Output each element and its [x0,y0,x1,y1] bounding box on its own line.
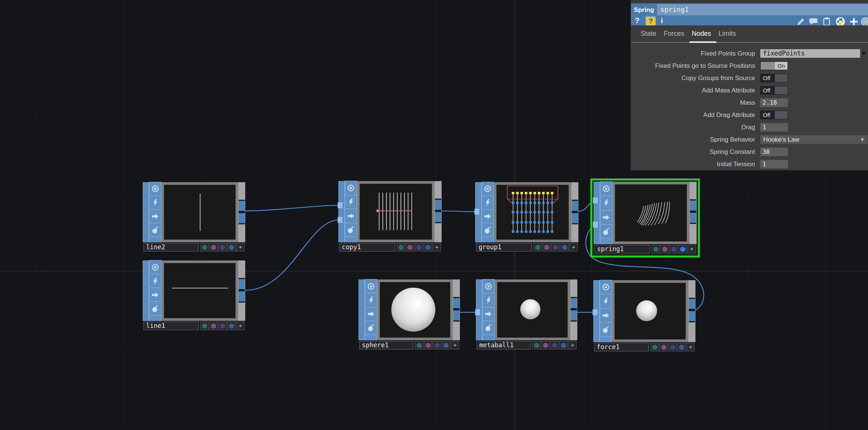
render-arrow-icon[interactable] [365,307,377,321]
node-line2[interactable]: line2 ✦ [143,182,245,252]
node-metaball1[interactable]: metaball1 ✦ [476,279,577,350]
display-rings-icon[interactable] [365,279,377,293]
color-flag-teal[interactable] [415,341,423,350]
bypass-bomb-icon[interactable] [149,223,161,237]
color-flag-blue[interactable] [442,341,450,350]
color-flag-magenta[interactable] [543,243,551,252]
color-flag-indigo[interactable] [550,341,559,350]
output-connector[interactable] [239,213,245,223]
node-name-field[interactable]: copy1 [339,243,395,252]
help-icon[interactable]: ? [635,16,640,25]
input-connector[interactable] [474,209,479,215]
spring-constant-field[interactable]: 30 [760,148,788,156]
cook-bolt-icon[interactable] [149,196,161,210]
color-flag-indigo[interactable] [669,343,677,351]
star-flag[interactable]: ✦ [451,341,459,350]
node-group1[interactable]: group1 ✦ [475,182,578,252]
fixed-points-source-toggle[interactable]: On [760,61,788,70]
input-connector[interactable] [338,202,343,208]
output-connector[interactable] [239,201,245,211]
output-connector[interactable] [572,213,578,223]
bypass-bomb-icon[interactable] [600,322,612,337]
color-flag-blue[interactable] [227,322,236,330]
node-spring1[interactable]: spring1 ✦ [594,182,697,254]
input-connector[interactable] [475,309,480,315]
color-flag-indigo[interactable] [433,341,441,350]
spring-behavior-dropdown[interactable]: Hooke's Law ▼ [760,135,868,144]
input-connector[interactable] [593,309,597,315]
star-flag[interactable]: ✦ [236,322,244,330]
add-drag-toggle[interactable]: Off [760,111,788,119]
star-flag[interactable]: ✦ [236,243,244,252]
node-force1[interactable]: force1 ✦ [593,280,695,352]
color-flag-blue-active[interactable] [679,245,687,253]
color-flag-indigo[interactable] [670,245,678,253]
output-connector[interactable] [690,200,696,211]
color-flag-blue[interactable] [559,341,568,350]
star-flag[interactable]: ✦ [568,341,577,350]
star-flag[interactable]: ✦ [569,243,578,252]
output-connector[interactable] [572,201,578,211]
star-flag[interactable]: ✦ [686,343,695,351]
input-connector-strip[interactable] [143,182,149,242]
output-connector[interactable] [571,310,577,320]
render-arrow-icon[interactable] [482,307,495,321]
node-copy1[interactable]: copy1 ✦ [338,181,442,252]
input-connector[interactable] [593,222,598,228]
output-connector[interactable] [453,298,460,308]
input-connector-strip[interactable] [359,279,365,340]
color-flag-teal[interactable] [651,343,659,351]
render-arrow-icon[interactable] [482,209,494,224]
output-connector[interactable] [239,291,245,301]
node-name-field[interactable]: line2 [143,243,199,252]
input-connector[interactable] [338,217,343,223]
color-flag-teal[interactable] [534,243,542,252]
mass-field[interactable]: 2.18 [760,98,788,107]
cook-bolt-icon[interactable] [600,196,612,210]
color-flag-teal[interactable] [652,245,660,253]
display-rings-icon[interactable] [600,280,612,294]
color-flag-blue[interactable] [424,243,432,252]
tab-limits[interactable]: Limits [715,25,740,43]
node-name-field[interactable]: sphere1 [359,341,413,350]
render-arrow-icon[interactable] [345,209,357,223]
output-connector[interactable] [435,212,441,222]
star-flag[interactable]: ✦ [688,245,696,253]
color-flag-indigo[interactable] [552,243,560,252]
color-flag-teal[interactable] [201,243,209,252]
context-help-icon[interactable]: ? [646,17,656,26]
node-viewer[interactable] [494,182,571,242]
color-flag-indigo[interactable] [415,243,423,252]
node-name-field[interactable]: spring1 [594,245,650,253]
color-flag-magenta[interactable] [209,322,218,330]
node-viewer[interactable] [495,279,570,340]
color-flag-magenta[interactable] [542,341,550,350]
input-connector[interactable] [593,197,598,203]
render-arrow-icon[interactable] [600,210,612,225]
node-viewer[interactable] [161,182,238,242]
output-connector[interactable] [239,279,245,289]
color-flag-blue[interactable] [227,243,236,252]
color-flag-indigo[interactable] [218,322,227,330]
cook-bolt-icon[interactable] [482,196,494,210]
output-connector[interactable] [453,310,460,320]
node-viewer[interactable] [612,182,689,244]
operator-name-field[interactable]: spring1 [657,4,868,15]
display-rings-icon[interactable] [600,181,612,196]
display-rings-icon[interactable] [482,182,494,196]
node-viewer[interactable] [161,260,238,321]
node-name-field[interactable]: force1 [594,343,649,351]
display-rings-icon[interactable] [149,260,161,274]
input-connector-strip[interactable] [338,181,345,242]
star-flag[interactable]: ✦ [433,243,441,252]
wire-group1-spring1[interactable] [578,201,594,211]
node-sphere1[interactable]: sphere1 ✦ [359,279,460,350]
color-flag-magenta[interactable] [424,341,432,350]
color-flag-blue[interactable] [561,243,569,252]
bypass-bomb-icon[interactable] [600,224,612,239]
node-name-field[interactable]: metaball1 [477,341,531,350]
input-connector-strip[interactable] [594,182,600,244]
cook-bolt-icon[interactable] [600,294,612,309]
display-rings-icon[interactable] [345,181,357,195]
cook-bolt-icon[interactable] [345,195,357,209]
